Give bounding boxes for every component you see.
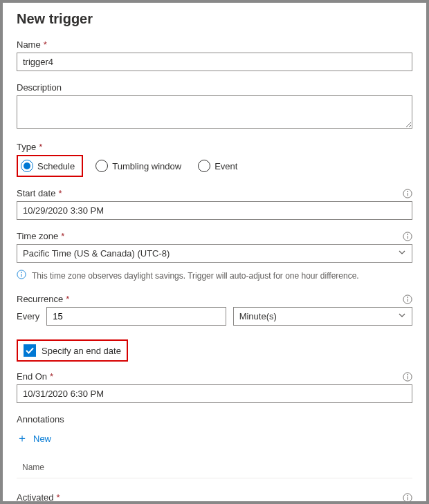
recurrence-unit-select[interactable]: Minute(s)	[233, 307, 412, 326]
type-radio-tumbling[interactable]: Tumbling window	[94, 158, 185, 174]
chevron-down-icon	[398, 248, 406, 259]
info-icon	[17, 270, 26, 281]
info-icon[interactable]	[403, 493, 412, 503]
required-mark: *	[56, 492, 60, 503]
required-mark: *	[50, 371, 53, 382]
start-date-input[interactable]	[17, 201, 412, 220]
required-mark: *	[61, 231, 64, 241]
annotations-new-button[interactable]: ＋ New	[17, 427, 412, 450]
svg-point-5	[408, 234, 408, 234]
dst-message: This time zone observes daylight savings…	[32, 271, 359, 281]
annotations-label: Annotations	[17, 414, 64, 424]
timezone-value: Pacific Time (US & Canada) (UTC-8)	[23, 248, 170, 259]
name-label: Name	[17, 39, 41, 50]
type-tumbling-label: Tumbling window	[112, 161, 181, 171]
timezone-select[interactable]: Pacific Time (US & Canada) (UTC-8)	[17, 244, 412, 263]
description-input[interactable]	[17, 95, 412, 129]
recurrence-value-input[interactable]	[46, 307, 226, 326]
info-icon[interactable]	[403, 295, 412, 304]
annotations-column-header: Name	[17, 456, 412, 478]
required-mark: *	[58, 188, 62, 198]
description-label: Description	[17, 82, 62, 93]
end-on-input[interactable]	[17, 384, 412, 403]
start-date-label: Start date	[17, 188, 55, 198]
checkbox-icon	[24, 344, 36, 357]
type-radio-schedule[interactable]: Schedule	[19, 158, 79, 174]
svg-point-2	[408, 191, 408, 192]
panel-title: New trigger	[17, 11, 412, 27]
radio-icon	[21, 160, 33, 172]
end-on-label: End On	[17, 371, 47, 382]
chevron-down-icon	[398, 311, 406, 321]
type-radio-event[interactable]: Event	[197, 158, 241, 174]
specify-end-date-checkbox-row[interactable]: Specify an end date	[17, 339, 128, 362]
svg-point-8	[21, 272, 22, 273]
type-label: Type	[17, 142, 36, 152]
name-input[interactable]	[17, 53, 412, 71]
annotations-new-label: New	[33, 433, 51, 444]
radio-icon	[198, 160, 210, 172]
recurrence-label: Recurrence	[17, 294, 63, 304]
svg-point-14	[408, 374, 408, 375]
required-mark: *	[39, 142, 42, 152]
plus-icon: ＋	[17, 431, 28, 446]
required-mark: *	[44, 39, 47, 50]
svg-point-11	[408, 297, 408, 297]
info-icon[interactable]	[403, 189, 412, 198]
recurrence-unit-value: Minute(s)	[239, 311, 277, 321]
required-mark: *	[66, 294, 69, 304]
activated-label: Activated	[17, 492, 53, 503]
every-label: Every	[17, 311, 39, 321]
timezone-label: Time zone	[17, 231, 58, 241]
info-icon[interactable]	[403, 372, 412, 382]
radio-icon	[95, 160, 108, 172]
type-schedule-label: Schedule	[37, 161, 75, 171]
svg-point-17	[408, 495, 408, 496]
specify-end-label: Specify an end date	[42, 346, 121, 356]
info-icon[interactable]	[403, 232, 412, 241]
type-event-label: Event	[214, 161, 237, 171]
